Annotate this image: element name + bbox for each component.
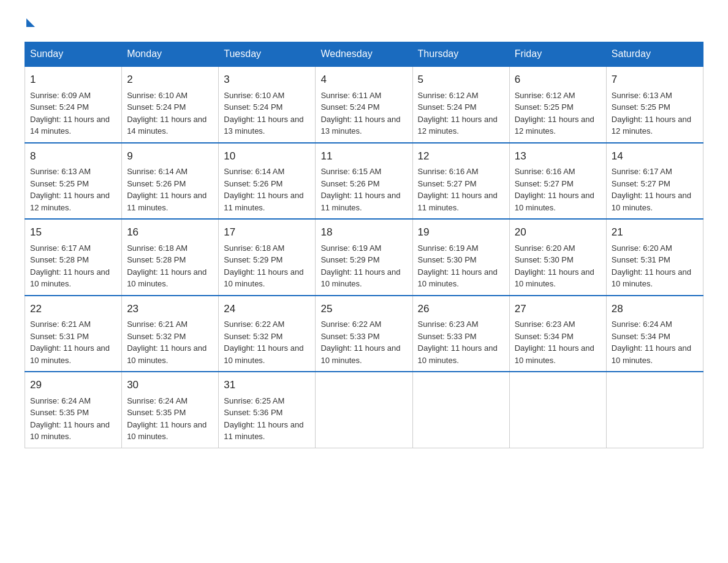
day-info: Sunrise: 6:09 AMSunset: 5:24 PMDaylight:…: [30, 91, 110, 136]
day-number: 12: [418, 148, 504, 164]
day-info: Sunrise: 6:24 AMSunset: 5:35 PMDaylight:…: [30, 396, 110, 442]
day-info: Sunrise: 6:21 AMSunset: 5:32 PMDaylight:…: [127, 320, 207, 365]
calendar-cell: 29Sunrise: 6:24 AMSunset: 5:35 PMDayligh…: [25, 372, 122, 448]
calendar-cell: 19Sunrise: 6:19 AMSunset: 5:30 PMDayligh…: [412, 219, 509, 296]
weekday-header-row: SundayMondayTuesdayWednesdayThursdayFrid…: [25, 42, 703, 67]
weekday-header-monday: Monday: [122, 42, 219, 67]
calendar-cell: 28Sunrise: 6:24 AMSunset: 5:34 PMDayligh…: [606, 296, 703, 372]
day-info: Sunrise: 6:15 AMSunset: 5:26 PMDaylight:…: [320, 167, 400, 212]
calendar-cell: [412, 372, 509, 448]
day-number: 4: [320, 72, 407, 88]
calendar-cell: 31Sunrise: 6:25 AMSunset: 5:36 PMDayligh…: [219, 372, 316, 448]
calendar-week-4: 22Sunrise: 6:21 AMSunset: 5:31 PMDayligh…: [25, 296, 703, 372]
day-number: 17: [224, 224, 310, 240]
day-number: 26: [418, 301, 504, 317]
day-number: 27: [515, 301, 601, 317]
day-number: 29: [30, 377, 116, 393]
day-info: Sunrise: 6:22 AMSunset: 5:33 PMDaylight:…: [320, 320, 400, 365]
calendar-cell: 11Sunrise: 6:15 AMSunset: 5:26 PMDayligh…: [316, 143, 412, 220]
day-number: 3: [224, 72, 310, 88]
calendar-cell: 8Sunrise: 6:13 AMSunset: 5:25 PMDaylight…: [25, 143, 122, 220]
day-info: Sunrise: 6:22 AMSunset: 5:32 PMDaylight:…: [224, 320, 303, 365]
logo-arrow-icon: [26, 18, 35, 27]
calendar-cell: 17Sunrise: 6:18 AMSunset: 5:29 PMDayligh…: [219, 219, 316, 296]
day-number: 24: [224, 301, 310, 317]
day-info: Sunrise: 6:16 AMSunset: 5:27 PMDaylight:…: [418, 167, 498, 212]
day-number: 28: [612, 301, 698, 317]
calendar-cell: 20Sunrise: 6:20 AMSunset: 5:30 PMDayligh…: [509, 219, 606, 296]
day-info: Sunrise: 6:13 AMSunset: 5:25 PMDaylight:…: [612, 91, 691, 136]
calendar-cell: 13Sunrise: 6:16 AMSunset: 5:27 PMDayligh…: [509, 143, 606, 220]
calendar-cell: [606, 372, 703, 448]
calendar-cell: [509, 372, 606, 448]
weekday-header-tuesday: Tuesday: [219, 42, 316, 67]
calendar-cell: 30Sunrise: 6:24 AMSunset: 5:35 PMDayligh…: [122, 372, 219, 448]
day-number: 18: [320, 224, 407, 240]
calendar-cell: 16Sunrise: 6:18 AMSunset: 5:28 PMDayligh…: [122, 219, 219, 296]
calendar-cell: 22Sunrise: 6:21 AMSunset: 5:31 PMDayligh…: [25, 296, 122, 372]
day-number: 11: [320, 148, 407, 164]
weekday-header-saturday: Saturday: [606, 42, 703, 67]
day-info: Sunrise: 6:16 AMSunset: 5:27 PMDaylight:…: [515, 167, 594, 212]
day-info: Sunrise: 6:23 AMSunset: 5:33 PMDaylight:…: [418, 320, 498, 365]
calendar-cell: 18Sunrise: 6:19 AMSunset: 5:29 PMDayligh…: [316, 219, 412, 296]
calendar-cell: 10Sunrise: 6:14 AMSunset: 5:26 PMDayligh…: [219, 143, 316, 220]
calendar-week-1: 1Sunrise: 6:09 AMSunset: 5:24 PMDaylight…: [25, 66, 703, 143]
day-info: Sunrise: 6:13 AMSunset: 5:25 PMDaylight:…: [30, 167, 110, 212]
day-number: 16: [127, 224, 213, 240]
day-info: Sunrise: 6:11 AMSunset: 5:24 PMDaylight:…: [320, 91, 400, 136]
day-number: 8: [30, 148, 116, 164]
day-number: 14: [612, 148, 698, 164]
day-number: 30: [127, 377, 213, 393]
day-number: 20: [515, 224, 601, 240]
day-info: Sunrise: 6:10 AMSunset: 5:24 PMDaylight:…: [224, 91, 303, 136]
day-info: Sunrise: 6:24 AMSunset: 5:35 PMDaylight:…: [127, 396, 207, 442]
day-number: 7: [612, 72, 698, 88]
calendar-cell: 9Sunrise: 6:14 AMSunset: 5:26 PMDaylight…: [122, 143, 219, 220]
day-info: Sunrise: 6:19 AMSunset: 5:29 PMDaylight:…: [320, 243, 400, 289]
day-info: Sunrise: 6:23 AMSunset: 5:34 PMDaylight:…: [515, 320, 594, 365]
day-info: Sunrise: 6:17 AMSunset: 5:27 PMDaylight:…: [612, 167, 691, 212]
day-number: 10: [224, 148, 310, 164]
day-number: 22: [30, 301, 116, 317]
day-number: 5: [418, 72, 504, 88]
day-info: Sunrise: 6:14 AMSunset: 5:26 PMDaylight:…: [224, 167, 303, 212]
calendar-week-2: 8Sunrise: 6:13 AMSunset: 5:25 PMDaylight…: [25, 143, 703, 220]
day-info: Sunrise: 6:24 AMSunset: 5:34 PMDaylight:…: [612, 320, 691, 365]
day-number: 1: [30, 72, 116, 88]
day-info: Sunrise: 6:12 AMSunset: 5:25 PMDaylight:…: [515, 91, 594, 136]
day-info: Sunrise: 6:20 AMSunset: 5:31 PMDaylight:…: [612, 243, 691, 289]
page-header: [25, 18, 703, 29]
day-info: Sunrise: 6:18 AMSunset: 5:28 PMDaylight:…: [127, 243, 207, 289]
weekday-header-wednesday: Wednesday: [316, 42, 412, 67]
day-info: Sunrise: 6:19 AMSunset: 5:30 PMDaylight:…: [418, 243, 498, 289]
calendar-cell: 2Sunrise: 6:10 AMSunset: 5:24 PMDaylight…: [122, 66, 219, 143]
weekday-header-friday: Friday: [509, 42, 606, 67]
day-number: 9: [127, 148, 213, 164]
weekday-header-thursday: Thursday: [412, 42, 509, 67]
day-info: Sunrise: 6:10 AMSunset: 5:24 PMDaylight:…: [127, 91, 207, 136]
day-number: 21: [612, 224, 698, 240]
calendar-cell: 5Sunrise: 6:12 AMSunset: 5:24 PMDaylight…: [412, 66, 509, 143]
day-info: Sunrise: 6:18 AMSunset: 5:29 PMDaylight:…: [224, 243, 303, 289]
day-info: Sunrise: 6:12 AMSunset: 5:24 PMDaylight:…: [418, 91, 498, 136]
day-number: 15: [30, 224, 116, 240]
day-number: 23: [127, 301, 213, 317]
calendar-cell: 21Sunrise: 6:20 AMSunset: 5:31 PMDayligh…: [606, 219, 703, 296]
day-number: 6: [515, 72, 601, 88]
calendar-cell: 3Sunrise: 6:10 AMSunset: 5:24 PMDaylight…: [219, 66, 316, 143]
day-number: 25: [320, 301, 407, 317]
calendar-cell: 1Sunrise: 6:09 AMSunset: 5:24 PMDaylight…: [25, 66, 122, 143]
day-info: Sunrise: 6:25 AMSunset: 5:36 PMDaylight:…: [224, 396, 303, 442]
calendar-table: SundayMondayTuesdayWednesdayThursdayFrid…: [25, 42, 703, 448]
calendar-cell: 12Sunrise: 6:16 AMSunset: 5:27 PMDayligh…: [412, 143, 509, 220]
calendar-week-3: 15Sunrise: 6:17 AMSunset: 5:28 PMDayligh…: [25, 219, 703, 296]
day-number: 31: [224, 377, 310, 393]
day-number: 19: [418, 224, 504, 240]
calendar-cell: 15Sunrise: 6:17 AMSunset: 5:28 PMDayligh…: [25, 219, 122, 296]
logo: [25, 18, 35, 29]
calendar-cell: 7Sunrise: 6:13 AMSunset: 5:25 PMDaylight…: [606, 66, 703, 143]
weekday-header-sunday: Sunday: [25, 42, 122, 67]
day-info: Sunrise: 6:20 AMSunset: 5:30 PMDaylight:…: [515, 243, 594, 289]
calendar-cell: 23Sunrise: 6:21 AMSunset: 5:32 PMDayligh…: [122, 296, 219, 372]
